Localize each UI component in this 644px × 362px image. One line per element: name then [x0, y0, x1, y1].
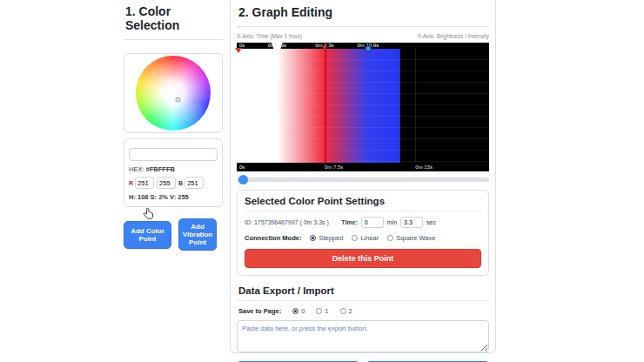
radio-page-2-label: 2 — [349, 307, 352, 315]
save-to-page-row: Save to Page: 0 1 2 — [237, 307, 489, 315]
hex-entry-input[interactable] — [129, 148, 218, 161]
hex-line: HEX: #FBFFFB — [129, 165, 218, 173]
min-unit-label: min — [387, 219, 397, 225]
settings-title: Selected Color Point Settings — [245, 196, 481, 211]
data-import-textarea[interactable] — [237, 320, 489, 352]
time-group: Time: min sec — [341, 217, 436, 228]
radio-page-0-label: 0 — [301, 307, 305, 315]
color-point-marker-blue[interactable] — [365, 45, 372, 52]
x-axis-label: X-Axis: Time (Max 1 hour) — [237, 33, 302, 39]
sec-unit-label: sec — [426, 219, 436, 225]
hex-value: #FBFFFB — [146, 165, 175, 173]
radio-page-2-circle[interactable] — [340, 308, 346, 314]
gridline-15s — [415, 49, 416, 163]
radio-stepped-circle[interactable] — [310, 235, 316, 241]
timeline-scroll-slider[interactable] — [237, 178, 489, 182]
graph-bottom-axis: 0s 0m 7.5s 0m 15s — [237, 163, 489, 171]
save-to-page-label: Save to Page: — [238, 307, 281, 315]
color-wheel-selector-dot[interactable] — [176, 97, 180, 102]
axis-labels-row: X-Axis: Time (Max 1 hour) Y-Axis: Bright… — [237, 33, 489, 39]
axis-tick-15s: 0m 15s — [415, 163, 433, 171]
connection-mode-row: Connection Mode: Stepped Linear Square W… — [245, 234, 481, 242]
time-seconds-input[interactable] — [400, 217, 423, 228]
add-vibration-point-button[interactable]: Add Vibration Point — [178, 218, 217, 251]
radio-page-1[interactable]: 1 — [316, 307, 328, 315]
color-selection-title: 1. Color Selection — [124, 0, 223, 40]
radio-square-wave[interactable]: Square Wave — [387, 234, 435, 242]
axis-tick-0s: 0s — [239, 163, 245, 171]
export-section-title: Data Export / Import — [237, 285, 489, 301]
r-input[interactable] — [135, 177, 154, 189]
app-window: 1. Color Selection HEX: #FBFFFB R G — [0, 0, 644, 362]
color-wheel-card — [124, 53, 223, 133]
y-axis-label: Y-Axis: Brightness / Intensity — [418, 33, 489, 39]
g-input[interactable] — [157, 177, 176, 189]
r-label: R — [129, 180, 133, 186]
data-export-import-section: Data Export / Import Save to Page: 0 1 2 — [237, 285, 489, 362]
color-selection-panel: 1. Color Selection HEX: #FBFFFB R G — [124, 0, 223, 251]
axis-tick-7-5s: 0m 7.5s — [325, 163, 343, 171]
slider-handle[interactable] — [238, 175, 248, 184]
color-values-card: HEX: #FBFFFB R G B H: 108 S: 2% V: 255 — [124, 138, 223, 207]
hsv-readout: H: 108 S: 2% V: 255 — [129, 193, 218, 201]
radio-square-wave-label: Square Wave — [396, 234, 435, 242]
b-label: B — [178, 180, 183, 186]
radio-square-wave-circle[interactable] — [387, 235, 393, 241]
timeline-graph[interactable]: 0s 0m 3.3s 0m 7.3s 0m 10.9s 0s 0m 7.5s 0… — [237, 43, 489, 171]
radio-stepped[interactable]: Stepped — [310, 234, 343, 242]
radio-page-2[interactable]: 2 — [340, 307, 352, 315]
delete-point-button[interactable]: Delete this Point — [245, 249, 481, 268]
radio-page-0[interactable]: 0 — [292, 307, 305, 315]
color-wheel[interactable] — [136, 56, 211, 131]
radio-page-0-circle[interactable] — [292, 308, 299, 314]
connection-mode-label: Connection Mode: — [245, 234, 301, 242]
g-label: G — [157, 0, 161, 6]
add-color-point-button[interactable]: Add Color Point — [124, 221, 171, 249]
radio-page-1-circle[interactable] — [316, 308, 322, 314]
id-time-row: ID: 1757396467997 ( 0m 3.3s ) Time: min … — [245, 217, 481, 228]
radio-linear-circle[interactable] — [352, 235, 358, 241]
hex-label: HEX: — [129, 165, 144, 173]
graph-gradient-plot[interactable] — [237, 49, 489, 163]
radio-stepped-label: Stepped — [319, 234, 343, 242]
left-buttons-row: Add Color Point Add Vibration Point — [124, 218, 223, 251]
time-minutes-input[interactable] — [361, 217, 384, 228]
b-input[interactable] — [184, 177, 204, 189]
time-label: Time: — [341, 219, 358, 225]
color-point-marker-red[interactable] — [323, 45, 326, 49]
graph-editing-title: 2. Graph Editing — [237, 4, 489, 27]
selected-point-settings-card: Selected Color Point Settings ID: 175739… — [237, 190, 489, 276]
playhead-marker[interactable] — [235, 48, 242, 53]
graph-editing-panel: 2. Graph Editing X-Axis: Time (Max 1 hou… — [230, 0, 496, 353]
radio-linear[interactable]: Linear — [352, 234, 379, 242]
color-point-marker-selected[interactable] — [272, 43, 283, 50]
radio-linear-label: Linear — [360, 234, 379, 242]
radio-page-1-label: 1 — [325, 307, 328, 315]
rgb-row: R G B — [129, 177, 218, 189]
selected-time-line — [325, 49, 326, 163]
point-id-text: ID: 1757396467997 ( 0m 3.3s ) — [245, 219, 341, 225]
